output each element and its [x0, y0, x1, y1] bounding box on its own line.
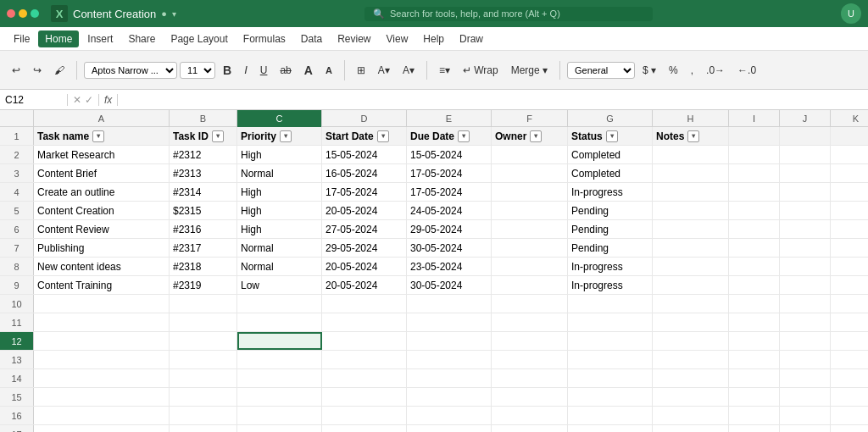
cell-e6[interactable]: 29-05-2024	[407, 220, 492, 238]
cell-h8[interactable]	[653, 258, 729, 275]
cell-g7[interactable]: Pending	[568, 239, 653, 257]
cell-i5[interactable]	[729, 202, 780, 219]
cell-i2[interactable]	[729, 146, 780, 163]
cell-a6[interactable]: Content Review	[34, 220, 170, 238]
cell-a5[interactable]: Content Creation	[34, 202, 170, 219]
cell-g9[interactable]: In-progress	[568, 276, 653, 294]
menu-help[interactable]: Help	[416, 30, 451, 47]
menu-insert[interactable]: Insert	[81, 30, 120, 47]
cell-d5[interactable]: 20-05-2024	[322, 202, 407, 219]
cell-f7[interactable]	[492, 239, 568, 257]
menu-formulas[interactable]: Formulas	[236, 30, 292, 47]
cancel-formula-icon[interactable]: ✕	[73, 94, 81, 106]
filter-b1[interactable]: ▾	[212, 130, 224, 142]
menu-home[interactable]: Home	[38, 30, 79, 47]
cell-d10[interactable]	[322, 295, 407, 313]
cell-b1[interactable]: Task ID ▾	[170, 127, 237, 145]
cell-c5[interactable]: High	[237, 202, 322, 219]
cell-k3[interactable]	[831, 164, 868, 182]
cell-b3[interactable]: #2313	[170, 164, 237, 182]
cell-a7[interactable]: Publishing	[34, 239, 170, 257]
dollar-button[interactable]: $ ▾	[637, 61, 661, 80]
cell-d4[interactable]: 17-05-2024	[322, 183, 407, 201]
cell-a9[interactable]: Content Training	[34, 276, 170, 294]
selected-cell-c12[interactable]	[237, 332, 322, 350]
filter-g1[interactable]: ▾	[606, 130, 618, 142]
filter-f1[interactable]: ▾	[530, 130, 542, 142]
cell-i6[interactable]	[729, 220, 780, 238]
cell-g10[interactable]	[568, 295, 653, 313]
cell-h10[interactable]	[653, 295, 729, 313]
cell-e3[interactable]: 17-05-2024	[407, 164, 492, 182]
cell-k7[interactable]	[831, 239, 868, 257]
cell-k8[interactable]	[831, 258, 868, 275]
cell-j2[interactable]	[780, 146, 831, 163]
cell-f4[interactable]	[492, 183, 568, 201]
cell-g4[interactable]: In-progress	[568, 183, 653, 201]
cell-a3[interactable]: Content Brief	[34, 164, 170, 182]
cell-c4[interactable]: High	[237, 183, 322, 201]
cell-b10[interactable]	[170, 295, 237, 313]
align-button[interactable]: ≡▾	[434, 61, 455, 80]
cell-e9[interactable]: 30-05-2024	[407, 276, 492, 294]
cell-d8[interactable]: 20-05-2024	[322, 258, 407, 275]
font-size-select[interactable]: 11	[180, 62, 215, 79]
cell-g5[interactable]: Pending	[568, 202, 653, 219]
col-header-a[interactable]: A	[34, 110, 170, 127]
cell-i7[interactable]	[729, 239, 780, 257]
paint-format-button[interactable]: 🖌	[49, 61, 70, 80]
cell-j5[interactable]	[780, 202, 831, 219]
cell-b9[interactable]: #2319	[170, 276, 237, 294]
wrap-button[interactable]: ↵ Wrap	[458, 61, 504, 80]
cell-h1[interactable]: Notes ▾	[653, 127, 729, 145]
cell-h9[interactable]	[653, 276, 729, 294]
cell-f2[interactable]	[492, 146, 568, 163]
cell-g2[interactable]: Completed	[568, 146, 653, 163]
cell-c10[interactable]	[237, 295, 322, 313]
filter-h1[interactable]: ▾	[687, 130, 699, 142]
cell-h5[interactable]	[653, 202, 729, 219]
cell-f6[interactable]	[492, 220, 568, 238]
cell-h6[interactable]	[653, 220, 729, 238]
confirm-formula-icon[interactable]: ✓	[85, 94, 93, 106]
maximize-btn[interactable]	[31, 9, 39, 18]
cell-e8[interactable]: 23-05-2024	[407, 258, 492, 275]
decrease-decimal-button[interactable]: ←.0	[732, 61, 761, 80]
cell-i4[interactable]	[729, 183, 780, 201]
cell-k10[interactable]	[831, 295, 868, 313]
cell-h7[interactable]	[653, 239, 729, 257]
cell-a2[interactable]: Market Research	[34, 146, 170, 163]
cell-j4[interactable]	[780, 183, 831, 201]
col-header-h[interactable]: H	[653, 110, 729, 127]
cell-a4[interactable]: Create an outline	[34, 183, 170, 201]
cell-k9[interactable]	[831, 276, 868, 294]
cell-f1[interactable]: Owner ▾	[492, 127, 568, 145]
col-header-b[interactable]: B	[170, 110, 237, 127]
cell-e1[interactable]: Due Date ▾	[407, 127, 492, 145]
cell-c2[interactable]: High	[237, 146, 322, 163]
cell-b8[interactable]: #2318	[170, 258, 237, 275]
col-header-f[interactable]: F	[492, 110, 568, 127]
cell-k4[interactable]	[831, 183, 868, 201]
borders-button[interactable]: ⊞	[352, 61, 370, 80]
filter-d1[interactable]: ▾	[377, 130, 389, 142]
menu-file[interactable]: File	[7, 30, 36, 47]
cell-g3[interactable]: Completed	[568, 164, 653, 182]
cell-j10[interactable]	[780, 295, 831, 313]
cell-d7[interactable]: 29-05-2024	[322, 239, 407, 257]
cell-h2[interactable]	[653, 146, 729, 163]
col-header-e[interactable]: E	[407, 110, 492, 127]
cell-f5[interactable]	[492, 202, 568, 219]
cell-c1[interactable]: Priority ▾	[237, 127, 322, 145]
undo-button[interactable]: ↩	[7, 61, 25, 80]
close-btn[interactable]	[7, 9, 15, 18]
cell-d9[interactable]: 20-05-2024	[322, 276, 407, 294]
cell-f10[interactable]	[492, 295, 568, 313]
col-header-i[interactable]: I	[729, 110, 780, 127]
decrease-font-button[interactable]: A	[320, 62, 337, 79]
minimize-btn[interactable]	[19, 9, 27, 18]
cell-h4[interactable]	[653, 183, 729, 201]
cell-k2[interactable]	[831, 146, 868, 163]
merge-button[interactable]: Merge ▾	[506, 61, 553, 80]
cell-i8[interactable]	[729, 258, 780, 275]
